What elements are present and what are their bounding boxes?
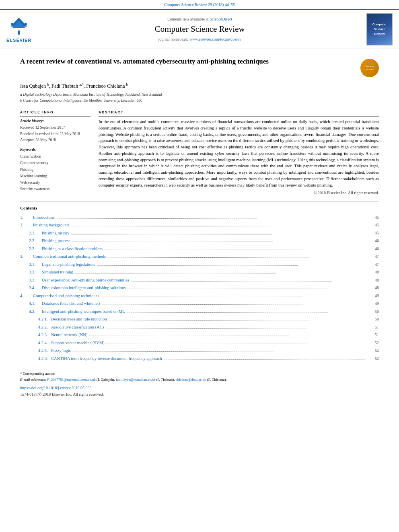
toc-item[interactable]: 4.2.2.Associative classification (AC)...… xyxy=(20,323,379,331)
toc-number: 4.1. xyxy=(29,300,42,307)
history-label: Article history: xyxy=(20,119,90,124)
email-addresses-line: E-mail addresses: P12047781@myemail.dmu.… xyxy=(20,377,379,382)
author-issa: Issa Qabajeh b xyxy=(20,83,49,89)
toc-page: 48 xyxy=(372,284,379,292)
contents-title: Contents xyxy=(20,205,379,211)
toc-item[interactable]: 2.3.Phishing as a classification problem… xyxy=(20,245,379,253)
toc-item[interactable]: 2.Phishing background...................… xyxy=(20,221,379,229)
toc-page: 51 xyxy=(372,331,379,339)
elsevier-name: ELSEVIER xyxy=(6,37,31,43)
science-direct-link[interactable]: ScienceDirect xyxy=(210,17,232,21)
toc-dots: ........................................… xyxy=(164,355,370,363)
article-title: A recent review of conventional vs. auto… xyxy=(20,57,269,66)
toc-number: 4.2.6. xyxy=(38,355,51,362)
toc-number: 2.1. xyxy=(29,229,42,237)
article-info-title: ARTICLE INFO xyxy=(20,110,90,117)
toc-number: 3.3. xyxy=(29,276,42,284)
toc-label: Neural network (NN) xyxy=(51,331,87,339)
toc-label: Common traditional anti-phishing methods xyxy=(33,253,106,260)
toc-item[interactable]: 4.2.4.Support vector machine (SVM)......… xyxy=(20,339,379,347)
toc-item[interactable]: 2.1.Phishing history....................… xyxy=(20,229,379,237)
toc-dots: ........................................… xyxy=(56,214,370,222)
toc-page: 47 xyxy=(372,261,379,269)
journal-name: Computer Science Review xyxy=(37,23,362,35)
toc-page: 52 xyxy=(372,339,379,347)
journal-cover: Computer Science Review xyxy=(366,13,393,45)
contents-available-line: Contents lists available at ScienceDirec… xyxy=(37,16,362,22)
toc-item[interactable]: 2.2.Phishing process....................… xyxy=(20,237,379,245)
homepage-url[interactable]: www.elsevier.com/locate/cosrev xyxy=(189,37,241,41)
toc-label: Introduction xyxy=(33,214,54,221)
toc-item[interactable]: 4.2.3.Neural network (NN)...............… xyxy=(20,331,379,339)
history-items: Received 12 September 2017 Received in r… xyxy=(20,125,90,143)
toc-dots: ........................................… xyxy=(105,324,370,331)
affiliation-a: a Digital Technology Department, Manukau… xyxy=(20,92,379,97)
kw-phishing: Phishing xyxy=(20,166,90,173)
journal-citation-header: Computer Science Review 29 (2018) 44–55 xyxy=(0,0,399,9)
toc-dots: ........................................… xyxy=(75,269,370,276)
toc-label: Fuzzy logic xyxy=(51,347,71,354)
footer-section: * Corresponding author. E-mail addresses… xyxy=(20,369,379,397)
toc-dots: ........................................… xyxy=(71,230,370,237)
toc-number: 4.2.4. xyxy=(38,339,51,347)
homepage-line: journal homepage: www.elsevier.com/locat… xyxy=(37,37,362,42)
toc-dots: ........................................… xyxy=(107,253,370,261)
contents-section: Contents 1.Introduction.................… xyxy=(20,205,379,362)
toc-number: 3.1. xyxy=(29,261,42,268)
article-info-abstract: ARTICLE INFO Article history: Received 1… xyxy=(20,106,379,200)
toc-item[interactable]: 4.2.6.CANTINA term frequency inverse doc… xyxy=(20,355,379,363)
toc-number: 2.3. xyxy=(29,245,42,253)
toc-dots: ........................................… xyxy=(131,277,370,284)
toc-page: 45 xyxy=(372,230,379,237)
toc-label: Databases (blacklist and whitelist) xyxy=(42,300,100,307)
email-chiclana[interactable]: chiclana@dmu.ac.uk xyxy=(176,378,206,382)
doi-link[interactable]: https://doi.org/10.1016/j.cosrev.2018.05… xyxy=(20,386,92,390)
toc-dots: ........................................… xyxy=(101,292,370,300)
toc-dots: ........................................… xyxy=(106,339,370,347)
email-thabtah[interactable]: fadi.fayez@manukau.ac.nz xyxy=(116,378,155,382)
author-francisco: Francisco Chiclana b xyxy=(86,83,128,89)
toc-page: 48 xyxy=(372,269,379,276)
toc-item[interactable]: 3.3.User experience; Anti-phishing onlin… xyxy=(20,276,379,284)
toc-item[interactable]: 4.1.Databases (blacklist and whitelist).… xyxy=(20,300,379,308)
toc-number: 4.2. xyxy=(29,308,42,315)
toc-label: CANTINA term frequency inverse document … xyxy=(51,355,162,362)
author-fadi: Fadi Thabtah a,* xyxy=(51,83,84,89)
toc-number: 1. xyxy=(20,214,33,221)
toc-number: 3.2. xyxy=(29,268,42,276)
toc-item[interactable]: 3.2.Simulated training..................… xyxy=(20,268,379,276)
toc-number: 4.2.2. xyxy=(38,323,51,331)
toc-item[interactable]: 3.Common traditional anti-phishing metho… xyxy=(20,253,379,261)
toc-item[interactable]: 3.1.Legal anti-phishing legislations....… xyxy=(20,261,379,269)
svg-point-5 xyxy=(25,23,27,25)
toc-item[interactable]: 4.2.Intelligent anti-phishing techniques… xyxy=(20,308,379,316)
toc-label: Phishing background xyxy=(33,221,69,229)
elsevier-logo: ELSEVIER xyxy=(6,15,31,43)
toc-page: 49 xyxy=(372,292,379,300)
toc-label: Legal anti-phishing legislations xyxy=(42,261,95,268)
email-qabajeh[interactable]: P12047781@myemail.dmu.ac.uk xyxy=(47,378,96,382)
history-accepted: Accepted 28 May 2018 xyxy=(20,137,90,143)
toc-item[interactable]: 4.2.1.Decision trees and rule induction.… xyxy=(20,315,379,323)
toc-page: 50 xyxy=(372,316,379,323)
toc-page: 45 xyxy=(372,214,379,222)
toc-number: 3. xyxy=(20,253,33,260)
toc-item[interactable]: 4.Computerised anti-phishing techniques.… xyxy=(20,292,379,300)
toc-page: 50 xyxy=(372,308,379,316)
toc-label: Phishing as a classification problem xyxy=(42,245,103,253)
journal-title-block: Contents lists available at ScienceDirec… xyxy=(37,16,362,42)
svg-rect-1 xyxy=(18,31,20,35)
toc-item[interactable]: 4.2.5.Fuzzy logic.......................… xyxy=(20,347,379,355)
toc-dots: ........................................… xyxy=(104,245,370,253)
toc-label: User experience; Anti-phishing online co… xyxy=(42,276,129,284)
toc-page: 46 xyxy=(372,237,379,245)
toc-page: 45 xyxy=(372,222,379,229)
toc-page: 47 xyxy=(372,253,379,261)
toc-label: Computerised anti-phishing techniques xyxy=(33,292,99,300)
toc-item[interactable]: 1.Introduction..........................… xyxy=(20,214,379,222)
toc-item[interactable]: 3.4.Discussion non intelligent anti-phis… xyxy=(20,284,379,292)
keywords-label: Keywords: xyxy=(20,147,90,152)
copyright-abstract: © 2018 Elsevier Inc. All rights reserved… xyxy=(99,190,379,196)
toc-page: 52 xyxy=(372,355,379,363)
kw-machine-learning: Machine learning xyxy=(20,173,90,179)
